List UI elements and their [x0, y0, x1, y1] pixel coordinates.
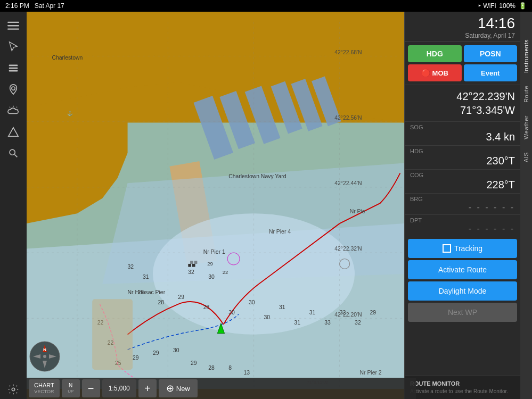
- new-button[interactable]: ⊕ New: [159, 379, 198, 397]
- location-icon[interactable]: [3, 80, 24, 99]
- svg-text:29: 29: [178, 294, 184, 300]
- svg-point-6: [12, 87, 15, 90]
- orient-mode-label: UP: [68, 389, 73, 394]
- tab-route[interactable]: Route: [521, 79, 531, 109]
- tab-instruments[interactable]: Instruments: [521, 33, 531, 79]
- svg-rect-0: [7, 22, 19, 23]
- svg-text:31: 31: [294, 320, 300, 326]
- dpt-row: DPT - - - - - -: [405, 214, 520, 236]
- svg-text:33: 33: [324, 320, 331, 326]
- zoom-in-button[interactable]: +: [138, 379, 157, 397]
- chart-mode-label: VECTOR: [34, 389, 54, 395]
- svg-text:29: 29: [370, 310, 377, 315]
- weather-icon[interactable]: [3, 101, 24, 120]
- svg-text:8: 8: [228, 365, 232, 371]
- chart-type-label: CHART: [34, 382, 54, 389]
- activate-route-button[interactable]: Activate Route: [408, 260, 517, 279]
- dpt-value: - - - - - -: [410, 224, 515, 234]
- search-key-icon[interactable]: [3, 144, 24, 163]
- mob-label: MOB: [432, 69, 448, 77]
- settings-icon[interactable]: [3, 380, 24, 399]
- compass-rose: N: [29, 340, 61, 372]
- svg-text:42°22.56'N: 42°22.56'N: [334, 115, 362, 121]
- chart-orientation-button[interactable]: N UP: [62, 379, 80, 397]
- svg-text:30: 30: [228, 310, 235, 315]
- cog-label: COG: [410, 172, 515, 178]
- svg-rect-3: [9, 65, 18, 66]
- svg-text:⚓: ⚓: [67, 111, 73, 117]
- sog-row: SOG 3.4 kn: [405, 121, 520, 145]
- svg-text:Nr Pie: Nr Pie: [350, 209, 365, 214]
- right-panel: 14:16 Saturday, April 17 HDG POSN 🔴 MOB …: [404, 12, 520, 399]
- current-time: 14:16: [410, 15, 515, 32]
- svg-text:42°22.32'N: 42°22.32'N: [334, 246, 362, 252]
- zoom-out-button[interactable]: −: [82, 379, 100, 397]
- menu-icon[interactable]: [3, 16, 24, 35]
- svg-text:28: 28: [203, 304, 210, 310]
- posn-button[interactable]: POSN: [464, 45, 518, 62]
- latitude-display: 42°22.239'N: [410, 89, 515, 103]
- svg-rect-76: [188, 264, 191, 267]
- svg-point-7: [10, 149, 15, 155]
- action-buttons: 🔴 MOB Event: [405, 64, 520, 85]
- brg-label: BRG: [410, 196, 515, 202]
- svg-line-8: [14, 154, 17, 157]
- tab-weather[interactable]: Weather: [521, 109, 531, 146]
- svg-text:29: 29: [133, 355, 139, 361]
- svg-text:42°22.20'N: 42°22.20'N: [334, 312, 362, 318]
- scale-display: 1:5,000: [102, 379, 136, 397]
- tracking-button[interactable]: Tracking: [408, 239, 517, 258]
- status-day: Sat Apr 17: [35, 2, 64, 10]
- svg-text:Nr Pier 4: Nr Pier 4: [269, 229, 291, 235]
- svg-text:Nr Pier 1: Nr Pier 1: [203, 249, 225, 255]
- svg-text:29: 29: [207, 261, 213, 267]
- svg-rect-78: [190, 261, 193, 264]
- status-time: 2:16 PM: [5, 2, 29, 10]
- tracking-label: Tracking: [454, 244, 482, 253]
- svg-rect-77: [192, 264, 195, 267]
- tracking-checkbox[interactable]: [443, 244, 451, 253]
- map-area[interactable]: 28 28 29 28 30 30 30 31 31 31 33 32 32 2…: [27, 12, 404, 399]
- svg-text:32: 32: [128, 264, 134, 270]
- cursor-icon[interactable]: [3, 37, 24, 56]
- coordinates-display: 42°22.239'N 71°3.345'W: [405, 85, 520, 121]
- cog-row: COG 228°T: [405, 169, 520, 193]
- route-monitor-desc: Activate a route to use the Route Monito…: [410, 388, 515, 395]
- svg-text:Nr Hoosac Pier: Nr Hoosac Pier: [128, 289, 166, 295]
- chart-type-button[interactable]: CHART VECTOR: [29, 379, 60, 397]
- svg-rect-4: [9, 68, 18, 69]
- event-button[interactable]: Event: [464, 64, 518, 81]
- svg-text:32: 32: [355, 320, 361, 326]
- svg-text:29: 29: [153, 350, 159, 356]
- route-monitor-title: ROUTE MONITOR: [410, 380, 515, 387]
- svg-text:31: 31: [279, 304, 285, 310]
- daylight-mode-button[interactable]: Daylight Mode: [408, 281, 517, 301]
- svg-point-9: [12, 388, 15, 391]
- svg-text:32: 32: [188, 269, 194, 275]
- hdg-button[interactable]: HDG: [408, 45, 462, 62]
- hdg-row: HDG 230°T: [405, 145, 520, 169]
- svg-rect-5: [9, 70, 18, 72]
- svg-text:31: 31: [143, 274, 149, 280]
- svg-rect-2: [7, 29, 19, 30]
- hdg-value: 230°T: [410, 155, 515, 167]
- left-sidebar: [0, 12, 27, 399]
- mob-button[interactable]: 🔴 MOB: [408, 64, 462, 81]
- svg-point-92: [43, 355, 46, 358]
- next-wp-button[interactable]: Next WP: [408, 303, 517, 322]
- delta-icon[interactable]: [3, 122, 24, 142]
- svg-text:42°22.44'N: 42°22.44'N: [334, 180, 362, 186]
- svg-text:31: 31: [309, 310, 316, 315]
- svg-text:28: 28: [208, 365, 215, 371]
- layers-icon[interactable]: [3, 59, 24, 78]
- brg-value: - - - - - -: [410, 203, 515, 212]
- cog-value: 228°T: [410, 179, 515, 191]
- battery-display: 100%: [499, 2, 515, 10]
- svg-text:30: 30: [208, 274, 215, 280]
- route-monitor: ROUTE MONITOR Activate a route to use th…: [405, 376, 520, 399]
- battery-icon: 🔋: [519, 2, 527, 10]
- svg-text:22: 22: [223, 269, 228, 275]
- svg-text:30: 30: [264, 314, 270, 320]
- tab-ais[interactable]: AIS: [521, 146, 531, 169]
- status-bar: 2:16 PM Sat Apr 17 ‣ WiFi 100% 🔋: [0, 0, 532, 12]
